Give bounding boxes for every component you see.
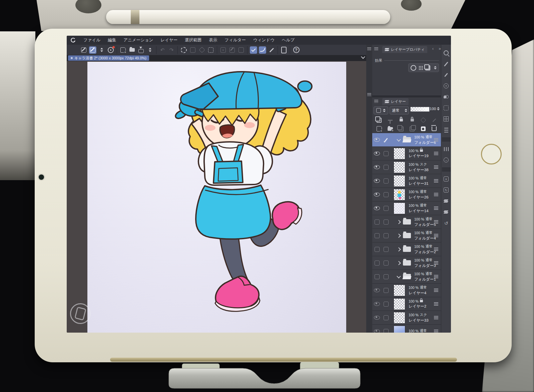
eye-icon[interactable]: [374, 165, 380, 169]
flip-canvas-icon[interactable]: [80, 46, 87, 54]
chevron-down-icon[interactable]: [397, 137, 401, 141]
snap-ruler-icon[interactable]: [268, 46, 275, 54]
clip-to-layer-icon[interactable]: [376, 117, 383, 123]
clip-studio-icon[interactable]: [107, 46, 114, 54]
visibility-cell[interactable]: [372, 179, 382, 183]
menu-item[interactable]: ヘルプ: [282, 37, 295, 43]
eye-icon[interactable]: [374, 288, 380, 292]
edit-target-cell[interactable]: [382, 288, 390, 293]
target-checkbox[interactable]: [384, 261, 389, 266]
main-menu-icon[interactable]: [71, 46, 78, 54]
menu-item[interactable]: ファイル: [83, 37, 100, 43]
color-mix-icon[interactable]: [443, 93, 450, 100]
menu-item[interactable]: アニメーション: [123, 37, 153, 43]
layer-row[interactable]: 100 %通常: [372, 325, 441, 333]
layer-row[interactable]: 100 %通常レイヤー26: [372, 188, 441, 202]
target-checkbox[interactable]: [384, 247, 389, 252]
reference-layer-icon[interactable]: [387, 117, 394, 123]
layer-color-effect-icon[interactable]: [425, 65, 430, 70]
hidden-checkbox[interactable]: [375, 247, 380, 252]
row-handle-icon[interactable]: [434, 261, 438, 265]
target-checkbox[interactable]: [384, 165, 389, 170]
redo-icon[interactable]: ↷: [168, 46, 175, 54]
layer-row[interactable]: 100 %スクレイヤー33: [372, 311, 441, 325]
layer-thumbnail[interactable]: [394, 326, 405, 333]
layer-row-folder[interactable]: 100 %通常フォルダー1: [372, 270, 441, 284]
layer-row-folder[interactable]: 100 %通常フォルダー4: [372, 229, 441, 243]
companion-device-icon[interactable]: [280, 46, 288, 54]
ruler-set-icon[interactable]: [431, 117, 438, 123]
menu-item[interactable]: レイヤー: [160, 37, 177, 43]
visibility-cell[interactable]: [372, 288, 382, 292]
edit-target-cell[interactable]: [382, 138, 390, 142]
target-checkbox[interactable]: [384, 274, 389, 279]
menu-item[interactable]: ウィンドウ: [253, 37, 275, 43]
target-checkbox[interactable]: [384, 288, 389, 293]
tool-property-icon[interactable]: [443, 126, 450, 133]
pencil-tool-icon[interactable]: [443, 71, 450, 78]
opacity-slider-handle[interactable]: [428, 107, 429, 112]
edit-target-cell[interactable]: [382, 274, 390, 279]
layer-panel-tab[interactable]: レイヤー: [382, 98, 409, 105]
row-handle-icon[interactable]: [434, 330, 438, 333]
layer-row[interactable]: 100 %レイヤー19: [372, 147, 441, 160]
layer-panel-handle-icon[interactable]: [374, 100, 378, 103]
chevron-right-icon[interactable]: [397, 261, 401, 265]
row-handle-icon[interactable]: [434, 275, 438, 278]
prop-panel-handle-icon[interactable]: [374, 47, 378, 50]
edit-target-cell[interactable]: [382, 247, 390, 252]
menu-item[interactable]: 選択範囲: [185, 37, 201, 43]
select-pen-icon[interactable]: [228, 46, 236, 54]
menu-item[interactable]: 編集: [108, 37, 116, 43]
visibility-cell[interactable]: [372, 302, 382, 306]
layer-row-folder[interactable]: 100 %通常フォルダー6: [372, 133, 441, 147]
pen-tool-icon[interactable]: [443, 60, 450, 67]
layer-row[interactable]: 100 %通常レイヤー31: [372, 174, 441, 188]
file-expand-icon[interactable]: [146, 46, 154, 54]
panel-gutter[interactable]: [366, 45, 372, 333]
delete-layer-icon[interactable]: [431, 125, 438, 132]
layer-mask-icon[interactable]: [420, 125, 427, 132]
visibility-cell[interactable]: [372, 274, 382, 279]
layer-thumbnail[interactable]: [394, 161, 405, 173]
new-canvas-icon[interactable]: +: [119, 46, 127, 54]
row-handle-icon[interactable]: [434, 289, 438, 292]
undo-icon[interactable]: ↶: [159, 46, 166, 54]
opacity-slider[interactable]: [410, 107, 430, 112]
layers-dock-icon[interactable]: [443, 209, 450, 216]
target-checkbox[interactable]: [384, 178, 389, 183]
target-checkbox[interactable]: [384, 192, 389, 197]
palette-display-selector[interactable]: [374, 106, 388, 114]
eye-icon[interactable]: [374, 138, 380, 142]
chevron-right-icon[interactable]: [397, 220, 401, 224]
edit-target-cell[interactable]: [382, 178, 390, 183]
edit-target-cell[interactable]: [382, 192, 390, 197]
transfer-down-icon[interactable]: [398, 125, 405, 132]
material-icon[interactable]: [198, 46, 205, 54]
canvas-paper[interactable]: [87, 62, 346, 333]
edit-target-cell[interactable]: [382, 151, 390, 156]
layer-row[interactable]: 100 %通常レイヤー4: [372, 284, 441, 297]
eye-icon[interactable]: [374, 179, 380, 183]
save-file-icon[interactable]: [137, 46, 145, 54]
layer-property-tab[interactable]: レイヤープロパティ: [382, 46, 427, 53]
edit-target-cell[interactable]: [382, 165, 390, 170]
edit-target-cell[interactable]: [382, 206, 390, 211]
row-handle-icon[interactable]: [434, 234, 438, 237]
layer-row[interactable]: 100 %通常レイヤー14: [372, 202, 441, 215]
edit-target-cell[interactable]: [382, 302, 390, 307]
gutter-handle-icon[interactable]: [367, 47, 371, 50]
tone-effect-icon[interactable]: [419, 66, 423, 70]
material-grid-icon[interactable]: [443, 115, 450, 122]
visibility-cell[interactable]: [372, 233, 382, 238]
open-file-icon[interactable]: [128, 46, 136, 54]
toolbar-expand-icon[interactable]: [98, 46, 105, 54]
edit-target-cell[interactable]: [382, 233, 390, 238]
layer-thumbnail[interactable]: [394, 285, 405, 296]
visibility-cell[interactable]: [372, 247, 382, 252]
target-checkbox[interactable]: [384, 220, 389, 225]
merge-down-icon[interactable]: [409, 125, 416, 132]
help-icon[interactable]: ?: [293, 46, 300, 54]
target-checkbox[interactable]: [384, 315, 389, 320]
lock-layer-icon[interactable]: [398, 117, 405, 123]
